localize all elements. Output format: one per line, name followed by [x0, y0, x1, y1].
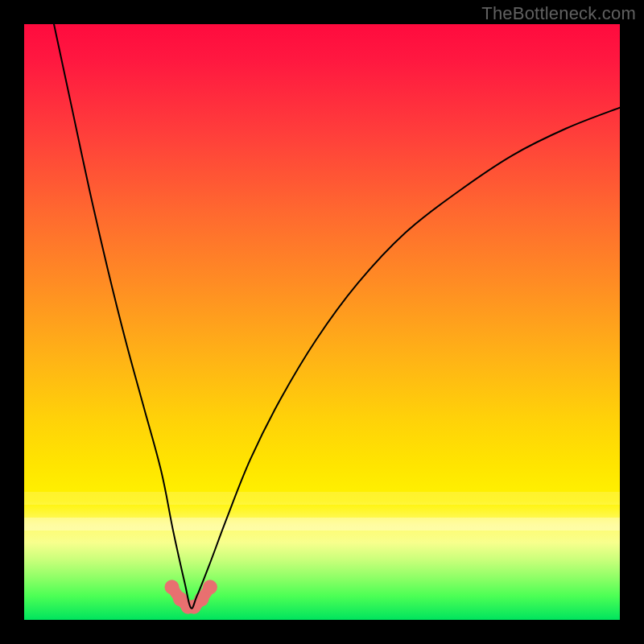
marker-dot [203, 580, 217, 594]
plot-area [24, 24, 620, 620]
curve-layer [24, 24, 620, 620]
chart-frame: TheBottleneck.com [0, 0, 644, 644]
marker-dot [165, 580, 180, 594]
watermark-text: TheBottleneck.com [481, 3, 636, 24]
bottleneck-curve [54, 24, 620, 609]
